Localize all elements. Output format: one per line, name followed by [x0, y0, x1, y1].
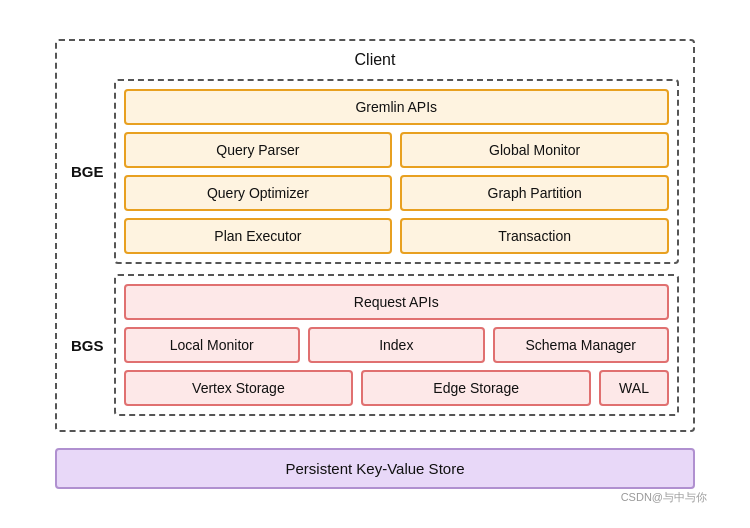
lm-idx-sm-row: Local Monitor Index Schema Manager: [124, 327, 669, 363]
plan-executor-cell: Plan Executor: [124, 218, 393, 254]
query-optimizer-cell: Query Optimizer: [124, 175, 393, 211]
index-cell: Index: [308, 327, 485, 363]
qo-gp-row: Query Optimizer Graph Partition: [124, 175, 669, 211]
qp-gm-row: Query Parser Global Monitor: [124, 132, 669, 168]
local-monitor-cell: Local Monitor: [124, 327, 301, 363]
bge-inner-box: Gremlin APIs Query Parser Global Monitor…: [114, 79, 679, 264]
global-monitor-cell: Global Monitor: [400, 132, 669, 168]
bge-label: BGE: [71, 79, 108, 264]
client-label: Client: [71, 51, 679, 69]
client-box: Client BGE Gremlin APIs Query Parser Glo…: [55, 39, 695, 432]
diagram: Client BGE Gremlin APIs Query Parser Glo…: [35, 19, 715, 509]
request-apis-cell: Request APIs: [124, 284, 669, 320]
vertex-storage-cell: Vertex Storage: [124, 370, 354, 406]
gremlin-apis-cell: Gremlin APIs: [124, 89, 669, 125]
schema-manager-cell: Schema Manager: [493, 327, 670, 363]
edge-storage-cell: Edge Storage: [361, 370, 591, 406]
pe-tx-row: Plan Executor Transaction: [124, 218, 669, 254]
bgs-label: BGS: [71, 274, 108, 416]
watermark: CSDN@与中与你: [621, 490, 707, 505]
graph-partition-cell: Graph Partition: [400, 175, 669, 211]
wal-cell: WAL: [599, 370, 669, 406]
request-apis-row: Request APIs: [124, 284, 669, 320]
bge-section: BGE Gremlin APIs Query Parser Global Mon…: [71, 79, 679, 264]
bgs-section: BGS Request APIs Local Monitor Index Sch…: [71, 274, 679, 416]
bgs-inner-box: Request APIs Local Monitor Index Schema …: [114, 274, 679, 416]
transaction-cell: Transaction: [400, 218, 669, 254]
vs-es-wal-row: Vertex Storage Edge Storage WAL: [124, 370, 669, 406]
gremlin-row: Gremlin APIs: [124, 89, 669, 125]
query-parser-cell: Query Parser: [124, 132, 393, 168]
persistent-kv-box: Persistent Key-Value Store: [55, 448, 695, 489]
